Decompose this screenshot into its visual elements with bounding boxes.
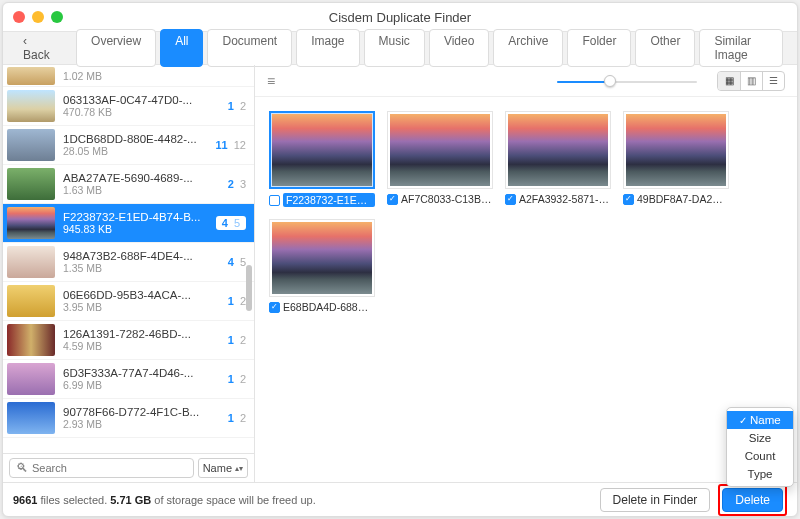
sort-option-size[interactable]: Size (727, 429, 793, 447)
duplicate-card[interactable]: F2238732-E1ED-4... (269, 111, 375, 207)
window-title: Cisdem Duplicate Finder (3, 10, 797, 25)
scrollbar-thumb[interactable] (246, 265, 252, 311)
app-window: Cisdem Duplicate Finder ‹ Back OverviewA… (2, 2, 798, 517)
search-input-wrapper[interactable]: 🔍︎ (9, 458, 194, 478)
tab-similar-image[interactable]: Similar Image (699, 29, 783, 67)
group-counts: 12 (228, 412, 246, 424)
group-name: 6D3F333A-77A7-4D46-... (63, 367, 228, 379)
card-filename: E68BDA4D-688C-... (283, 301, 375, 313)
tab-overview[interactable]: Overview (76, 29, 156, 67)
group-thumbnail (7, 246, 55, 278)
group-counts: 1112 (216, 139, 247, 151)
toolbar: ‹ Back OverviewAllDocumentImageMusicVide… (3, 31, 797, 65)
group-size: 28.05 MB (63, 145, 216, 157)
group-counts: 23 (228, 178, 246, 190)
group-name: 126A1391-7282-46BD-... (63, 328, 228, 340)
sort-dropdown[interactable]: Name ▴▾ (198, 458, 248, 478)
group-row[interactable]: F2238732-E1ED-4B74-B...945.83 KB45 (3, 204, 254, 243)
group-size: 1.02 MB (63, 70, 246, 82)
titlebar: Cisdem Duplicate Finder (3, 3, 797, 31)
duplicate-card[interactable]: ✓AF7C8033-C13B-4... (387, 111, 493, 207)
card-checkbox[interactable]: ✓ (387, 194, 398, 205)
group-thumbnail (7, 67, 55, 85)
card-image (387, 111, 493, 189)
delete-button[interactable]: Delete (722, 488, 783, 512)
view-grid-button[interactable]: ▦ (718, 72, 740, 90)
group-row[interactable]: ABA27A7E-5690-4689-...1.63 MB23 (3, 165, 254, 204)
search-row: 🔍︎ Name ▴▾ (3, 453, 254, 482)
group-row[interactable]: 126A1391-7282-46BD-...4.59 MB12 (3, 321, 254, 360)
sort-option-count[interactable]: Count (727, 447, 793, 465)
sort-option-type[interactable]: Type (727, 465, 793, 482)
group-counts: 12 (228, 295, 246, 307)
tab-video[interactable]: Video (429, 29, 489, 67)
card-image (623, 111, 729, 189)
group-size: 3.95 MB (63, 301, 228, 313)
group-thumbnail (7, 324, 55, 356)
group-size: 4.59 MB (63, 340, 228, 352)
delete-highlight-annotation: Delete (718, 484, 787, 516)
card-filename: F2238732-E1ED-4... (283, 193, 375, 207)
card-checkbox[interactable]: ✓ (269, 302, 280, 313)
card-filename: AF7C8033-C13B-4... (401, 193, 493, 205)
view-columns-button[interactable]: ▥ (740, 72, 762, 90)
tab-folder[interactable]: Folder (567, 29, 631, 67)
tab-image[interactable]: Image (296, 29, 359, 67)
group-size: 2.93 MB (63, 418, 228, 430)
card-checkbox[interactable]: ✓ (623, 194, 634, 205)
card-checkbox[interactable] (269, 195, 280, 206)
sort-popover: NameSizeCountType (726, 407, 794, 482)
group-row[interactable]: 90778F66-D772-4F1C-B...2.93 MB12 (3, 399, 254, 438)
group-thumbnail (7, 402, 55, 434)
duplicate-card[interactable]: ✓49BDF8A7-DA2A-... (623, 111, 729, 207)
group-row[interactable]: 06E66DD-95B3-4ACA-...3.95 MB12 (3, 282, 254, 321)
group-thumbnail (7, 285, 55, 317)
group-name: 90778F66-D772-4F1C-B... (63, 406, 228, 418)
group-row[interactable]: 6D3F333A-77A7-4D46-...6.99 MB12 (3, 360, 254, 399)
search-input[interactable] (32, 462, 187, 474)
group-name: 063133AF-0C47-47D0-... (63, 94, 228, 106)
chevron-updown-icon: ▴▾ (235, 464, 243, 473)
thumbnail-size-slider[interactable] (557, 79, 697, 83)
duplicate-card[interactable]: ✓A2FA3932-5871-4... (505, 111, 611, 207)
duplicate-card[interactable]: ✓E68BDA4D-688C-... (269, 219, 375, 313)
group-row[interactable]: 063133AF-0C47-47D0-...470.78 KB12 (3, 87, 254, 126)
list-mode-icon[interactable]: ≡ (267, 73, 275, 89)
card-image (269, 219, 375, 297)
group-name: 948A73B2-688F-4DE4-... (63, 250, 228, 262)
tab-document[interactable]: Document (207, 29, 292, 67)
group-size: 470.78 KB (63, 106, 228, 118)
chevron-left-icon: ‹ (23, 34, 27, 48)
view-mode-segmented: ▦ ▥ ☰ (717, 71, 785, 91)
group-counts: 12 (228, 100, 246, 112)
card-image (269, 111, 375, 189)
group-size: 945.83 KB (63, 223, 216, 235)
view-list-button[interactable]: ☰ (762, 72, 784, 90)
group-counts: 45 (228, 256, 246, 268)
group-list: 1.02 MB063133AF-0C47-47D0-...470.78 KB12… (3, 65, 254, 453)
group-row[interactable]: 948A73B2-688F-4DE4-...1.35 MB45 (3, 243, 254, 282)
tab-music[interactable]: Music (364, 29, 425, 67)
delete-in-finder-button[interactable]: Delete in Finder (600, 488, 711, 512)
sort-option-name[interactable]: Name (727, 411, 793, 429)
tab-archive[interactable]: Archive (493, 29, 563, 67)
group-row[interactable]: 1DCB68DD-880E-4482-...28.05 MB1112 (3, 126, 254, 165)
group-thumbnail (7, 129, 55, 161)
card-checkbox[interactable]: ✓ (505, 194, 516, 205)
group-row[interactable]: 1.02 MB (3, 65, 254, 87)
search-icon: 🔍︎ (16, 461, 28, 475)
group-thumbnail (7, 363, 55, 395)
group-size: 1.35 MB (63, 262, 228, 274)
tab-other[interactable]: Other (635, 29, 695, 67)
group-thumbnail (7, 90, 55, 122)
group-name: 1DCB68DD-880E-4482-... (63, 133, 216, 145)
group-counts: 12 (228, 334, 246, 346)
duplicate-groups-sidebar: 1.02 MB063133AF-0C47-47D0-...470.78 KB12… (3, 65, 255, 482)
back-button[interactable]: ‹ Back (13, 31, 66, 65)
group-size: 1.63 MB (63, 184, 228, 196)
tab-all[interactable]: All (160, 29, 203, 67)
group-name: F2238732-E1ED-4B74-B... (63, 211, 216, 223)
group-counts: 45 (216, 216, 246, 230)
category-tabs: OverviewAllDocumentImageMusicVideoArchiv… (76, 29, 783, 67)
group-thumbnail (7, 168, 55, 200)
